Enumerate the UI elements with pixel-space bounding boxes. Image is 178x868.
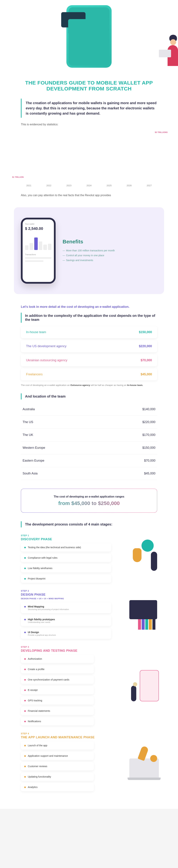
infographic-page: THE FOUNDERS GUIDE TO MOBILE WALLET APP … bbox=[0, 0, 178, 809]
bar-year: 2026 bbox=[126, 184, 131, 187]
phone-tx-label: Transactions bbox=[25, 253, 52, 255]
loc-label: Australia bbox=[23, 407, 35, 411]
range-line2: from $45,000 to $250,000 bbox=[27, 500, 151, 506]
bar: 2025 bbox=[101, 182, 117, 187]
cost-label: In-house team bbox=[26, 330, 46, 334]
benefits-list: Benefits More than 100 million transacti… bbox=[63, 239, 115, 262]
loc-row: The US$220,000 bbox=[21, 416, 157, 429]
bar: 2027 bbox=[141, 182, 157, 187]
cost-price: $220,000 bbox=[139, 344, 152, 348]
cost-label: The US development agency bbox=[26, 344, 66, 348]
benefits-panel: Your wallet $ 2,540.00 Transactions Bene… bbox=[14, 207, 164, 294]
stage-design: STEP 2 DESIGN PHASE DESIGN PHASE = UX + … bbox=[21, 590, 157, 639]
person-illustration bbox=[160, 28, 178, 66]
bar: 2024 bbox=[81, 182, 97, 187]
step-item: Application support and maintenance bbox=[21, 752, 94, 760]
develop-illustration bbox=[115, 670, 160, 705]
step-item: Compliance with legal rules bbox=[21, 554, 111, 562]
loc-label: The US bbox=[23, 420, 33, 424]
stage-launch: STEP 4 THE APP LAUNCH AND MAINTENANCE PH… bbox=[21, 733, 157, 795]
discovery-illustration bbox=[115, 538, 160, 572]
stage-develop: STEP 3 DEVELOPING AND TESTING PHASE Auth… bbox=[21, 646, 157, 725]
bar-year: 2024 bbox=[87, 184, 92, 187]
stat-intro: This is evidenced by statistics: bbox=[0, 123, 178, 126]
step-item: Project blueprint bbox=[21, 575, 111, 583]
bar-year: 2025 bbox=[107, 184, 112, 187]
team-costs: In-house team$150,000The US development … bbox=[0, 326, 178, 380]
loc-label: The UK bbox=[23, 433, 33, 437]
step-item: UI DesignProvide a graphical app structu… bbox=[21, 628, 111, 639]
loc-price: $70,000 bbox=[144, 459, 155, 462]
bar-year: 2021 bbox=[26, 184, 31, 187]
cost-subhead: Let's look in more detail at the cost of… bbox=[21, 305, 157, 309]
step-item: Authorization bbox=[21, 655, 94, 663]
cost-label: Ukrainian outsourcing agency bbox=[26, 359, 67, 362]
cost-depends-head: In addition to the complexity of the app… bbox=[21, 313, 157, 323]
loc-label: Eastern Europe bbox=[23, 459, 44, 462]
cost-range-box: The cost of developing an e-wallet appli… bbox=[21, 489, 157, 513]
loc-row: Western Europe$150,000 bbox=[21, 441, 157, 454]
cost-price: $45,000 bbox=[141, 373, 152, 376]
step-item: Updating functionality bbox=[21, 773, 94, 781]
bar: 2026 bbox=[121, 182, 137, 187]
bar-year: 2027 bbox=[147, 184, 152, 187]
page-title: THE FOUNDERS GUIDE TO MOBILE WALLET APP … bbox=[0, 73, 178, 93]
benefit-item: Savings and investments bbox=[63, 258, 115, 262]
step-item: Create a profile bbox=[21, 665, 94, 673]
bar: 2022 bbox=[41, 182, 57, 187]
step-item: Testing the idea (the technical and busi… bbox=[21, 543, 111, 552]
cost-price: $150,000 bbox=[139, 330, 152, 334]
loc-price: $45,000 bbox=[144, 472, 155, 475]
step-label: STEP 3 bbox=[21, 646, 157, 648]
phone-header: Your wallet bbox=[25, 223, 52, 225]
cost-row: In-house team$150,000 bbox=[21, 326, 157, 338]
loc-price: $150,000 bbox=[142, 446, 155, 450]
cost-row: Freelancers$45,000 bbox=[21, 368, 157, 380]
benefits-title: Benefits bbox=[63, 239, 115, 245]
step-item: E-receipt bbox=[21, 686, 94, 694]
chart-min-label: $1 TRILLION bbox=[12, 176, 24, 178]
cost-row: Ukrainian outsourcing agency$70,000 bbox=[21, 354, 157, 366]
step-label: STEP 2 bbox=[21, 590, 157, 592]
step-item: Analytics bbox=[21, 783, 94, 791]
loc-row: Eastern Europe$70,000 bbox=[21, 454, 157, 467]
benefit-item: More than 100 million transactions per m… bbox=[63, 248, 115, 253]
bar-year: 2023 bbox=[66, 184, 71, 187]
cost-row: The US development agency$220,000 bbox=[21, 340, 157, 352]
bar-year: 2022 bbox=[47, 184, 52, 187]
cost-price: $70,000 bbox=[141, 359, 152, 362]
loc-label: Western Europe bbox=[23, 446, 45, 450]
stage-discovery: STEP 1 DISCOVERY PHASE Testing the idea … bbox=[21, 534, 157, 583]
bar: 2021 bbox=[21, 182, 37, 187]
phone-balance: $ 2,540.00 bbox=[25, 226, 52, 231]
intro-block: The creation of applications for mobile … bbox=[21, 99, 157, 118]
hero-illustration bbox=[0, 0, 178, 73]
page-footer bbox=[0, 802, 178, 809]
design-illustration bbox=[115, 593, 160, 628]
bar: 2023 bbox=[61, 182, 77, 187]
loc-price: $140,000 bbox=[142, 407, 155, 411]
chart-max-label: $5 TRILLIONS bbox=[155, 131, 168, 133]
launch-illustration bbox=[115, 746, 160, 781]
step-item: Notifications bbox=[21, 717, 94, 725]
step-item: Mind MappingStructuring and processing o… bbox=[21, 602, 111, 613]
benefit-item: Control all your money in one place bbox=[63, 253, 115, 258]
step-title: DEVELOPING AND TESTING PHASE bbox=[21, 649, 157, 653]
step-item: One synchronization of payment cards bbox=[21, 676, 94, 684]
process-head: The development process consists of 4 ma… bbox=[21, 521, 157, 527]
revolut-line: Also, you can pay attention to the real … bbox=[0, 194, 178, 197]
loc-price: $220,000 bbox=[142, 420, 155, 424]
step-item: High fidelity prototypesUnderstanding us… bbox=[21, 615, 111, 626]
market-growth-chart: $1 TRILLION $5 TRILLIONS 2021 2022 2023 … bbox=[21, 135, 157, 187]
phone-bars bbox=[25, 235, 52, 250]
location-head: And location of the team bbox=[21, 393, 157, 399]
phone-illustration bbox=[66, 5, 112, 68]
step-label: STEP 4 bbox=[21, 733, 157, 735]
step-item: GPS tracking bbox=[21, 696, 94, 705]
step-item: Low fidelity wireframes bbox=[21, 564, 111, 572]
location-costs: Australia$140,000The US$220,000The UK$17… bbox=[0, 403, 178, 480]
step-label: STEP 1 bbox=[21, 534, 157, 537]
step-item: Launch of the app bbox=[21, 741, 94, 750]
range-line1: The cost of developing an e-wallet appli… bbox=[27, 495, 151, 498]
card-illustration bbox=[68, 19, 92, 34]
